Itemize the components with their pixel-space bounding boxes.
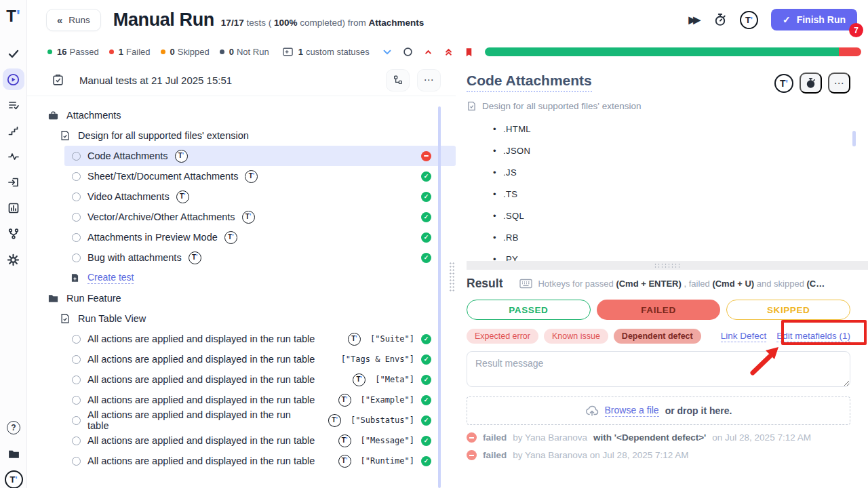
create-test-row[interactable]: Create test — [27, 268, 456, 288]
suite-row-run-feature[interactable]: Run Feature — [27, 288, 456, 308]
test-row[interactable]: All actions are applied and displayed in… — [27, 390, 456, 410]
radio-circle-icon[interactable] — [72, 355, 81, 364]
test-row[interactable]: All actions are applied and displayed in… — [27, 430, 456, 451]
tree-more-button[interactable]: ⋯ — [417, 69, 441, 92]
activity-pulse-icon[interactable] — [0, 144, 27, 169]
test-title[interactable]: Attachments in Preview Mode — [87, 232, 218, 243]
create-test-link[interactable]: Create test — [87, 272, 134, 284]
import-icon[interactable] — [0, 169, 27, 195]
radio-circle-icon[interactable] — [72, 375, 81, 384]
test-title[interactable]: Video Attachments — [87, 191, 170, 202]
fast-forward-icon[interactable]: ▶▶ — [688, 14, 701, 25]
radio-circle-icon[interactable] — [72, 213, 81, 222]
radio-circle-icon[interactable] — [72, 192, 81, 201]
feature-row-run-table[interactable]: Run Table View — [27, 308, 456, 329]
test-title[interactable]: Sheet/Text/Document Attachments — [87, 171, 238, 182]
test-row[interactable]: Sheet/Text/Document Attachments T' ✓ — [27, 166, 456, 186]
test-title[interactable]: All actions are applied and displayed in… — [87, 374, 315, 385]
chip-dependent-defect[interactable]: Dependent defect — [614, 329, 701, 344]
notrun-count: 0 — [229, 47, 234, 57]
radio-circle-icon[interactable] — [72, 253, 81, 262]
priority-up-icon[interactable] — [423, 47, 433, 57]
account-logo-icon[interactable]: T' — [0, 466, 27, 488]
skipped-button[interactable]: SKIPPED — [726, 300, 850, 320]
branches-icon[interactable] — [0, 221, 27, 247]
app-logo-icon[interactable]: T' — [6, 0, 20, 33]
test-row[interactable]: All actions are applied and displayed in… — [27, 329, 456, 349]
detail-more-button[interactable]: ⋯ — [828, 73, 850, 94]
test-title[interactable]: All actions are applied and displayed in… — [87, 455, 315, 466]
radio-circle-icon[interactable] — [72, 152, 81, 161]
test-plan-icon[interactable] — [0, 92, 27, 118]
testomat-badge-icon[interactable]: T' — [774, 74, 793, 93]
suite-title[interactable]: Run Feature — [66, 293, 121, 304]
finish-run-button[interactable]: ✓ Finish Run 7 — [771, 9, 857, 30]
steps-icon[interactable] — [0, 118, 27, 144]
suite-row-attachments[interactable]: Attachments — [27, 105, 456, 125]
browse-file-link[interactable]: Browse a file — [605, 405, 659, 417]
timer-icon[interactable] — [713, 13, 727, 26]
test-row[interactable]: Bug with attachments T' ✓ — [27, 247, 456, 268]
radio-circle-icon[interactable] — [72, 416, 81, 425]
timer-button[interactable] — [800, 73, 822, 94]
projects-folder-icon[interactable] — [0, 441, 27, 466]
passed-dot-icon — [47, 49, 52, 54]
run-status-bar: 16 Passed 1 Failed 0 Skipped 0 Not Run 1… — [27, 39, 868, 64]
radio-circle-icon[interactable] — [72, 396, 81, 405]
results-check-icon[interactable] — [0, 41, 27, 66]
test-row[interactable]: Vector/Archive/Other Attachments T' ✓ — [27, 207, 456, 227]
test-row[interactable]: Video Attachments T' ✓ — [27, 186, 456, 207]
failed-button[interactable]: FAILED — [597, 300, 721, 320]
chip-expected-error[interactable]: Expected error — [467, 329, 538, 344]
help-icon[interactable]: ? — [0, 415, 27, 441]
test-title[interactable]: All actions are applied and displayed in… — [87, 333, 315, 344]
back-to-runs-button[interactable]: « Runs — [46, 9, 101, 31]
test-row[interactable]: All actions are applied and displayed in… — [27, 410, 456, 430]
test-title[interactable]: All actions are applied and displayed in… — [87, 409, 315, 431]
test-row[interactable]: All actions are applied and displayed in… — [27, 349, 456, 369]
edit-metafields-link[interactable]: Edit metafields (1) — [776, 331, 850, 342]
radio-circle-icon[interactable] — [72, 233, 81, 242]
radio-circle-icon[interactable] — [72, 335, 81, 344]
passed-button[interactable]: PASSED — [467, 300, 591, 320]
description-resize-divider[interactable] — [467, 261, 868, 270]
feature-title[interactable]: Run Table View — [78, 313, 146, 324]
profile-logo-icon[interactable]: T' — [740, 11, 758, 29]
radio-circle-icon[interactable] — [72, 172, 81, 181]
suite-title[interactable]: Attachments — [66, 110, 121, 121]
test-row[interactable]: All actions are applied and displayed in… — [27, 369, 456, 390]
tree-view-button[interactable] — [386, 69, 410, 92]
chip-known-issue[interactable]: Known issue — [544, 329, 608, 344]
testomat-badge-icon: T' — [245, 170, 258, 183]
test-title[interactable]: All actions are applied and displayed in… — [87, 394, 315, 405]
notrun-filter-icon[interactable] — [403, 47, 413, 57]
analytics-icon[interactable] — [0, 195, 27, 221]
bookmark-icon[interactable] — [464, 47, 474, 58]
panel-resize-handle[interactable] — [449, 262, 455, 291]
runs-play-icon[interactable] — [3, 68, 24, 90]
back-chevrons-icon: « — [57, 14, 62, 26]
expand-chevron-icon[interactable] — [382, 47, 393, 58]
test-row[interactable]: Attachments in Preview Mode T' ✓ — [27, 227, 456, 247]
settings-gear-icon[interactable] — [0, 247, 27, 272]
file-dropzone[interactable]: Browse a file or drop it here. — [467, 396, 850, 425]
result-message-input[interactable] — [467, 351, 850, 387]
radio-circle-icon[interactable] — [72, 436, 81, 445]
test-title[interactable]: Code Attachments — [87, 150, 168, 161]
test-title[interactable]: Bug with attachments — [87, 252, 182, 263]
feature-row-design[interactable]: Design for all supported files' extensio… — [27, 125, 456, 146]
list-item: .TS — [503, 183, 850, 205]
test-row[interactable]: All actions are applied and displayed in… — [27, 451, 456, 471]
test-title[interactable]: Vector/Archive/Other Attachments — [87, 211, 235, 222]
description-scrollbar[interactable] — [852, 131, 856, 146]
test-title[interactable]: All actions are applied and displayed in… — [87, 354, 315, 365]
test-title[interactable]: All actions are applied and displayed in… — [87, 435, 315, 446]
notification-badge[interactable]: 7 — [849, 23, 863, 37]
test-row-selected[interactable]: Code Attachments T' — [64, 146, 456, 166]
tree-scrollbar[interactable] — [438, 106, 441, 488]
priority-highest-icon[interactable] — [443, 47, 454, 57]
test-detail-title[interactable]: Code Attachments — [467, 73, 592, 92]
link-defect-link[interactable]: Link Defect — [721, 331, 767, 342]
feature-title[interactable]: Design for all supported files' extensio… — [78, 130, 249, 141]
radio-circle-icon[interactable] — [72, 457, 81, 466]
